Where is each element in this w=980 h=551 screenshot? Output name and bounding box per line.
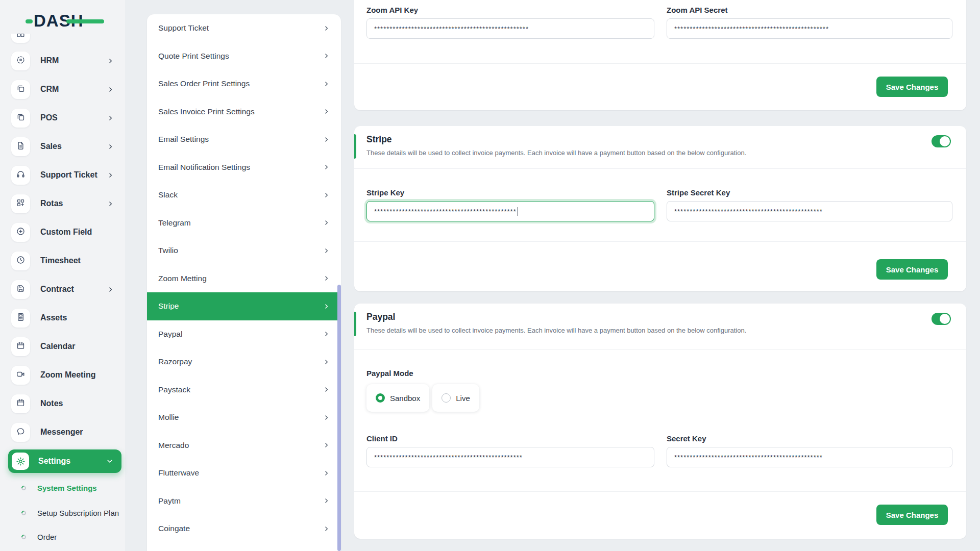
sidebar-item[interactable]: Messenger <box>0 418 125 446</box>
stripe-secret-key-label: Stripe Secret Key <box>667 188 952 197</box>
save-changes-button[interactable]: Save Changes <box>876 505 948 525</box>
app-logo[interactable]: DASH <box>34 10 100 32</box>
settings-nav-item[interactable]: Skrill <box>147 543 341 551</box>
sidebar-item[interactable]: Assets <box>0 304 125 332</box>
sidebar-item[interactable]: Support Ticket <box>0 161 125 189</box>
sidebar-item-label: Zoom Meeting <box>40 370 95 380</box>
dashboard-icon <box>16 34 26 38</box>
settings-nav-item[interactable]: Support Ticket <box>147 14 341 42</box>
sidebar-item[interactable]: Timesheet <box>0 246 125 275</box>
sidebar-item-settings[interactable]: Settings <box>8 449 121 473</box>
settings-nav-item[interactable]: Quote Print Settings <box>147 42 341 70</box>
chevron-right-icon <box>323 275 330 282</box>
sidebar-item[interactable]: Sales <box>0 132 125 161</box>
settings-nav-item[interactable]: Paystack <box>147 376 341 404</box>
zoom-settings-card: Zoom API Key ***************************… <box>354 0 966 110</box>
section-accent-bar <box>354 134 356 159</box>
paypal-section-title: Paypal <box>366 312 395 322</box>
chevron-right-icon <box>323 136 330 143</box>
settings-nav-item[interactable]: Flutterwave <box>147 459 341 487</box>
sidebar-item-label: Support Ticket <box>40 170 97 180</box>
chevron-right-icon <box>323 442 330 448</box>
sidebar-subitem-order[interactable]: Order <box>0 527 125 547</box>
paypal-settings-card: Paypal These details will be used to col… <box>354 304 966 539</box>
settings-nav-item[interactable]: Email Settings <box>147 126 341 154</box>
settings-nav-item[interactable]: Sales Order Print Settings <box>147 70 341 98</box>
sidebar-item[interactable]: POS <box>0 104 125 132</box>
client-id-label: Client ID <box>366 434 654 443</box>
sidebar-item[interactable]: Rotas <box>0 189 125 218</box>
sidebar-item[interactable]: Contract <box>0 275 125 304</box>
settings-nav-item[interactable]: Mercado <box>147 432 341 460</box>
stripe-secret-key-input[interactable]: ****************************************… <box>667 201 952 221</box>
settings-nav-item[interactable]: Zoom Metting <box>147 265 341 293</box>
sidebar-item[interactable]: CRM <box>0 75 125 104</box>
settings-nav-item[interactable]: Slack <box>147 181 341 209</box>
pos-icon <box>16 112 26 124</box>
crm-icon <box>16 84 26 95</box>
chevron-right-icon <box>323 219 330 226</box>
divider <box>354 491 966 492</box>
sidebar-item[interactable]: Calendar <box>0 332 125 361</box>
settings-nav-item[interactable]: Paytm <box>147 487 341 515</box>
zoom-api-secret-input[interactable]: ****************************************… <box>667 18 952 39</box>
save-changes-button[interactable]: Save Changes <box>876 259 948 280</box>
zoom-api-key-input[interactable]: ****************************************… <box>366 18 654 39</box>
chevron-right-icon <box>323 525 330 532</box>
settings-nav-item[interactable]: Paypal <box>147 320 341 348</box>
sidebar-item[interactable]: Zoom Meeting <box>0 361 125 389</box>
notes-icon <box>16 398 26 410</box>
sidebar-item-label: Sales <box>40 142 62 151</box>
sidebar-subitem-setup-subscription-plan[interactable]: Setup Subscription Plan <box>0 503 125 523</box>
secret-key-input[interactable]: ****************************************… <box>667 447 952 467</box>
timesheet-icon <box>16 255 26 267</box>
settings-nav-item[interactable]: Razorpay <box>147 348 341 376</box>
paypal-section-description: These details will be used to collect in… <box>366 327 746 334</box>
contract-icon <box>16 284 26 295</box>
settings-nav-item[interactable]: Stripe <box>147 292 341 320</box>
divider <box>354 168 966 169</box>
paypal-mode-group: Sandbox Live <box>366 384 479 412</box>
chevron-right-icon <box>323 386 330 393</box>
sidebar-item[interactable]: HRM <box>0 46 125 75</box>
settings-nav-item[interactable]: Twilio <box>147 237 341 265</box>
chevron-right-icon <box>323 25 330 32</box>
chevron-right-icon <box>323 303 330 310</box>
divider <box>354 241 966 242</box>
divider <box>354 349 966 350</box>
settings-nav-item[interactable]: Telegram <box>147 209 341 237</box>
chevron-right-icon <box>107 58 114 64</box>
hrm-icon <box>16 55 26 67</box>
partial-menu-item[interactable] <box>11 34 30 43</box>
client-id-input[interactable]: ****************************************… <box>366 447 654 467</box>
chevron-right-icon <box>107 286 114 293</box>
chevron-right-icon <box>323 164 330 170</box>
settings-nav-item[interactable]: Coingate <box>147 515 341 543</box>
sidebar-item-label: Custom Field <box>40 228 92 237</box>
secret-key-label: Secret Key <box>667 434 952 443</box>
chevron-right-icon <box>323 359 330 365</box>
sidebar-subitem-system-settings[interactable]: System Settings <box>0 478 125 498</box>
paypal-mode-option[interactable]: Sandbox <box>366 384 429 412</box>
settings-nav-item[interactable]: Mollie <box>147 404 341 432</box>
save-changes-button[interactable]: Save Changes <box>876 77 948 97</box>
bullet-icon <box>20 534 27 540</box>
sidebar-item-label: Contract <box>40 285 74 294</box>
stripe-section-description: These details will be used to collect in… <box>366 149 746 157</box>
radio-icon[interactable] <box>376 393 385 403</box>
settings-nav-item[interactable]: Email Notification Settings <box>147 154 341 182</box>
section-accent-bar <box>354 312 356 336</box>
stripe-key-input[interactable]: ****************************************… <box>366 201 654 221</box>
paypal-enabled-toggle[interactable] <box>932 313 951 325</box>
settings-nav-item[interactable]: Sales Invoice Print Settings <box>147 98 341 126</box>
radio-icon[interactable] <box>442 393 451 403</box>
stripe-enabled-toggle[interactable] <box>932 135 951 147</box>
calendar-icon <box>16 341 26 353</box>
sidebar-menu: HRM CRM <box>0 34 125 448</box>
sidebar-item[interactable]: Custom Field <box>0 218 125 246</box>
sidebar-item-label: Timesheet <box>40 256 81 265</box>
paypal-mode-option[interactable]: Live <box>432 384 479 412</box>
sidebar-item[interactable]: Notes <box>0 389 125 418</box>
stripe-settings-card: Stripe These details will be used to col… <box>354 126 966 291</box>
panel-scrollbar[interactable] <box>337 285 341 551</box>
